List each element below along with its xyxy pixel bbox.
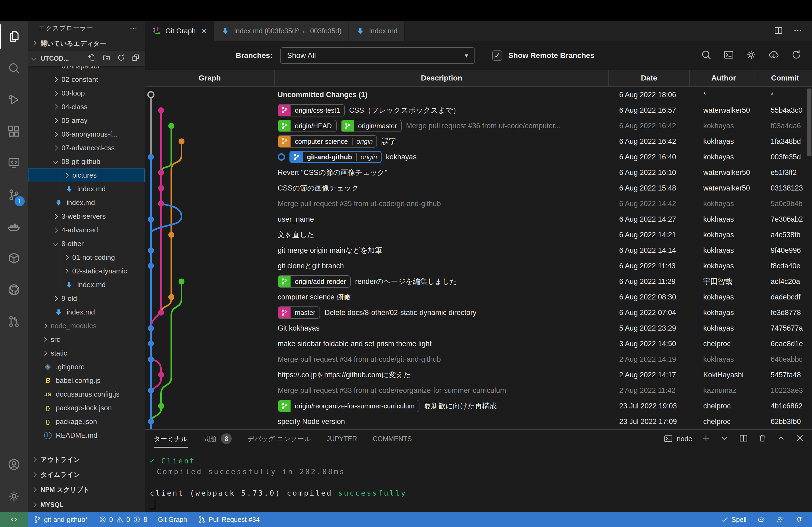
branch-label-origin-head[interactable]: origin/HEAD bbox=[278, 120, 337, 132]
activity-gear[interactable] bbox=[0, 480, 28, 512]
tree-item-package-lock-json[interactable]: {}package-lock.json bbox=[28, 401, 145, 415]
activity-remote-explorer[interactable] bbox=[0, 147, 28, 179]
tree-item-pictures[interactable]: pictures bbox=[28, 168, 145, 182]
terminal-plus-button[interactable] bbox=[701, 433, 711, 445]
terminal-chev-up-button[interactable] bbox=[776, 433, 786, 445]
panel-tab--[interactable]: ターミナル bbox=[154, 430, 188, 448]
tree-item-index-md[interactable]: index.md bbox=[28, 278, 145, 292]
activity-docker[interactable] bbox=[0, 211, 28, 242]
status-notifications[interactable] bbox=[789, 512, 808, 527]
workspace-refresh-button[interactable] bbox=[117, 53, 126, 64]
panel-tab-jupyter[interactable]: JUPYTER bbox=[327, 430, 357, 448]
branch-label-git-and-github[interactable]: git-and-githuborigin bbox=[289, 151, 381, 163]
activity-cube[interactable] bbox=[0, 242, 28, 274]
branch-label-origin-reorganize-for-summer-curriculum[interactable]: origin/reorganize-for-summer-curriculum bbox=[278, 400, 419, 412]
status-copilot[interactable] bbox=[752, 512, 771, 527]
activity-source-control[interactable]: 1 bbox=[0, 179, 28, 211]
tree-item-06-anonymous-f-[interactable]: 06-anonymous-f... bbox=[28, 127, 145, 141]
workspace-new-file-button[interactable] bbox=[88, 53, 97, 64]
tree-item-label: 01-inspector bbox=[61, 66, 100, 70]
tab-git-graph[interactable]: Git Graph× bbox=[145, 21, 214, 41]
activity-run-debug[interactable] bbox=[0, 84, 28, 116]
activity-extensions[interactable] bbox=[0, 116, 28, 147]
remote-indicator[interactable] bbox=[0, 512, 28, 527]
commit-author: kokhayas bbox=[689, 137, 758, 146]
tree-item-4-advanced[interactable]: 4-advanced bbox=[28, 223, 145, 237]
tree-item--gitignore[interactable]: .gitignore bbox=[28, 360, 145, 374]
terminal-output[interactable]: ✓ ClientCompiled successfully in 202.08m… bbox=[145, 448, 812, 509]
tree-item-node-modules[interactable]: node_modules bbox=[28, 319, 145, 333]
tab-index-md[interactable]: index.md bbox=[349, 21, 405, 41]
panel-tab--[interactable]: デバッグ コンソール bbox=[247, 430, 311, 448]
activity-account[interactable] bbox=[0, 449, 28, 480]
activity-files[interactable] bbox=[0, 21, 28, 52]
tree-item-package-json[interactable]: {}package.json bbox=[28, 415, 145, 428]
tree-item-01-not-coding[interactable]: 01-not-coding bbox=[28, 251, 145, 264]
tree-item-babel-config-js[interactable]: Bbabel.config.js bbox=[28, 374, 145, 388]
tree-item-index-md[interactable]: index.md bbox=[28, 305, 145, 319]
branch-label-master[interactable]: master bbox=[278, 306, 320, 319]
tree-item-label: 02-constant bbox=[61, 75, 98, 84]
sidebar-section-npm-[interactable]: NPM スクリプト bbox=[28, 482, 145, 497]
toolbar-search-button[interactable] bbox=[700, 49, 712, 62]
commit-hash: 7475677a bbox=[758, 324, 812, 332]
status-spell[interactable]: Spell bbox=[715, 512, 752, 527]
status-feedback[interactable] bbox=[771, 512, 789, 527]
editor-more-button[interactable] bbox=[793, 26, 803, 37]
branch-label-computer-science[interactable]: computer-scienceorigin bbox=[278, 135, 377, 148]
branch-label-origin-master[interactable]: origin/master bbox=[341, 120, 402, 132]
activity-github[interactable] bbox=[0, 274, 28, 306]
activity-pull-request[interactable] bbox=[0, 306, 28, 337]
sidebar-section-mysql[interactable]: MYSQL bbox=[28, 497, 145, 512]
tree-item-label: index.md bbox=[67, 199, 95, 207]
terminal-trash-button[interactable] bbox=[757, 433, 767, 445]
toolbar-refresh-button[interactable] bbox=[791, 49, 802, 62]
sidebar-section--[interactable]: タイムライン bbox=[28, 467, 145, 482]
tree-item-readme-md[interactable]: iREADME.md bbox=[28, 428, 145, 442]
scrollbar-thumb[interactable] bbox=[807, 89, 811, 156]
panel-tab-comments[interactable]: COMMENTS bbox=[373, 430, 412, 448]
terminal-split-button[interactable] bbox=[738, 433, 749, 445]
status-branch[interactable]: git-and-github* bbox=[28, 512, 93, 527]
sidebar-section--[interactable]: アウトライン bbox=[28, 452, 145, 467]
tree-item-07-advanced-css[interactable]: 07-advanced-css bbox=[28, 141, 145, 155]
status-pull-request[interactable]: Pull Request #34 bbox=[192, 512, 265, 527]
tree-item-index-md[interactable]: index.md bbox=[28, 182, 145, 196]
terminal-shell-item[interactable]: node bbox=[663, 434, 692, 444]
tree-item-8-other[interactable]: 8-other bbox=[28, 237, 145, 251]
branches-dropdown[interactable]: Show All ▾ bbox=[280, 47, 475, 64]
tree-item-02-static-dynamic[interactable]: 02-static-dynamic bbox=[28, 264, 145, 278]
branch-label-origin-add-render[interactable]: origin/add-render bbox=[278, 275, 351, 288]
open-editors-section[interactable]: 開いているエディター bbox=[28, 36, 145, 51]
tree-item-02-constant[interactable]: 02-constant bbox=[28, 73, 145, 86]
tab-index-md-003fe35d-003fe35d-[interactable]: index.md (003fe35d^ ↔ 003fe35d) bbox=[214, 21, 349, 41]
close-icon[interactable]: × bbox=[202, 26, 207, 36]
branch-label-origin-css-test1[interactable]: origin/css-test1 bbox=[278, 104, 345, 117]
terminal-chev-down-button[interactable] bbox=[720, 433, 730, 445]
tree-item-01-inspector[interactable]: 01-inspector bbox=[28, 66, 145, 73]
toolbar-gear-button[interactable] bbox=[745, 49, 757, 62]
workspace-new-folder-button[interactable] bbox=[102, 53, 111, 64]
tree-item-static[interactable]: static bbox=[28, 346, 145, 360]
toolbar-cloud-down-button[interactable] bbox=[768, 49, 780, 62]
toolbar-terminal-box-button[interactable] bbox=[723, 49, 735, 62]
tree-item-index-md[interactable]: index.md bbox=[28, 196, 145, 210]
tree-item-9-old[interactable]: 9-old bbox=[28, 292, 145, 305]
show-remote-branches-checkbox[interactable]: ✓ bbox=[492, 50, 503, 61]
tree-item-05-array[interactable]: 05-array bbox=[28, 114, 145, 127]
workspace-collapse-button[interactable] bbox=[131, 53, 140, 64]
editor-split-button[interactable] bbox=[773, 26, 784, 37]
workspace-section[interactable]: UTCOD... bbox=[28, 51, 145, 66]
activity-search[interactable] bbox=[0, 52, 28, 84]
status-git-graph[interactable]: Git Graph bbox=[153, 512, 192, 527]
terminal-close-button[interactable] bbox=[795, 433, 805, 445]
status-problems[interactable]: 0 0 8 bbox=[93, 512, 153, 527]
panel-tab--[interactable]: 問題8 bbox=[203, 430, 232, 448]
tree-item-03-loop[interactable]: 03-loop bbox=[28, 86, 145, 100]
tree-item-src[interactable]: src bbox=[28, 333, 145, 346]
tree-item-3-web-servers[interactable]: 3-web-servers bbox=[28, 210, 145, 223]
tree-item-docusaurus-config-js[interactable]: JSdocusaurus.config.js bbox=[28, 388, 145, 401]
tree-item-04-class[interactable]: 04-class bbox=[28, 100, 145, 114]
tree-item-08-git-github[interactable]: 08-git-github bbox=[28, 155, 145, 168]
commit-author: kaznumaz bbox=[689, 387, 758, 395]
